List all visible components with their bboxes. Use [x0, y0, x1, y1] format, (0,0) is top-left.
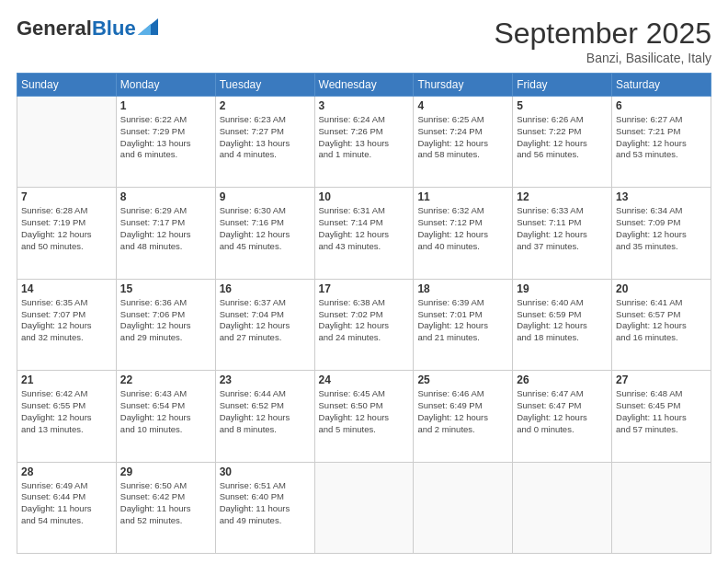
calendar-cell: 15Sunrise: 6:36 AMSunset: 7:06 PMDayligh… — [116, 279, 215, 370]
day-info: Sunrise: 6:32 AMSunset: 7:12 PMDaylight:… — [417, 205, 508, 252]
day-number: 27 — [616, 373, 707, 386]
calendar-header-friday: Friday — [513, 74, 612, 97]
day-number: 3 — [319, 99, 410, 112]
page: GeneralBlue September 2025 Banzi, Basili… — [0, 0, 728, 563]
day-info: Sunrise: 6:46 AMSunset: 6:49 PMDaylight:… — [417, 388, 508, 435]
calendar-cell: 24Sunrise: 6:45 AMSunset: 6:50 PMDayligh… — [314, 371, 414, 462]
calendar-cell: 8Sunrise: 6:29 AMSunset: 7:17 PMDaylight… — [116, 188, 215, 279]
day-number: 8 — [120, 190, 211, 203]
day-info: Sunrise: 6:49 AMSunset: 6:44 PMDaylight:… — [21, 480, 112, 527]
day-number: 17 — [319, 282, 410, 295]
day-number: 15 — [120, 282, 211, 295]
day-number: 9 — [220, 190, 311, 203]
calendar-cell: 13Sunrise: 6:34 AMSunset: 7:09 PMDayligh… — [612, 188, 711, 279]
calendar-cell: 2Sunrise: 6:23 AMSunset: 7:27 PMDaylight… — [215, 97, 314, 188]
day-number: 25 — [417, 373, 508, 386]
logo-blue: Blue — [92, 17, 136, 40]
svg-marker-1 — [138, 24, 151, 35]
calendar-header-row: SundayMondayTuesdayWednesdayThursdayFrid… — [17, 74, 711, 97]
calendar-cell: 18Sunrise: 6:39 AMSunset: 7:01 PMDayligh… — [414, 279, 513, 370]
logo-general: General — [17, 17, 92, 40]
calendar-header-wednesday: Wednesday — [314, 74, 414, 97]
calendar-week-row: 7Sunrise: 6:28 AMSunset: 7:19 PMDaylight… — [17, 188, 711, 279]
day-info: Sunrise: 6:22 AMSunset: 7:29 PMDaylight:… — [120, 114, 211, 161]
day-number: 12 — [517, 190, 608, 203]
day-number: 16 — [220, 282, 311, 295]
calendar-table: SundayMondayTuesdayWednesdayThursdayFrid… — [17, 73, 711, 554]
header: GeneralBlue September 2025 Banzi, Basili… — [17, 17, 711, 65]
calendar-cell — [513, 462, 612, 553]
calendar-cell: 17Sunrise: 6:38 AMSunset: 7:02 PMDayligh… — [314, 279, 414, 370]
day-number: 5 — [517, 99, 608, 112]
calendar-cell: 25Sunrise: 6:46 AMSunset: 6:49 PMDayligh… — [414, 371, 513, 462]
calendar-cell: 22Sunrise: 6:43 AMSunset: 6:54 PMDayligh… — [116, 371, 215, 462]
calendar-cell: 19Sunrise: 6:40 AMSunset: 6:59 PMDayligh… — [513, 279, 612, 370]
day-info: Sunrise: 6:44 AMSunset: 6:52 PMDaylight:… — [220, 388, 311, 435]
day-number: 11 — [417, 190, 508, 203]
day-info: Sunrise: 6:34 AMSunset: 7:09 PMDaylight:… — [616, 205, 707, 252]
day-info: Sunrise: 6:38 AMSunset: 7:02 PMDaylight:… — [319, 297, 410, 344]
day-info: Sunrise: 6:47 AMSunset: 6:47 PMDaylight:… — [517, 388, 608, 435]
day-info: Sunrise: 6:42 AMSunset: 6:55 PMDaylight:… — [21, 388, 112, 435]
location: Banzi, Basilicate, Italy — [494, 51, 711, 65]
day-info: Sunrise: 6:25 AMSunset: 7:24 PMDaylight:… — [417, 114, 508, 161]
calendar-cell — [414, 462, 513, 553]
day-info: Sunrise: 6:30 AMSunset: 7:16 PMDaylight:… — [220, 205, 311, 252]
calendar-cell: 30Sunrise: 6:51 AMSunset: 6:40 PMDayligh… — [215, 462, 314, 553]
calendar-cell: 4Sunrise: 6:25 AMSunset: 7:24 PMDaylight… — [414, 97, 513, 188]
calendar-cell: 20Sunrise: 6:41 AMSunset: 6:57 PMDayligh… — [612, 279, 711, 370]
calendar-cell: 7Sunrise: 6:28 AMSunset: 7:19 PMDaylight… — [17, 188, 117, 279]
calendar-cell — [314, 462, 414, 553]
day-info: Sunrise: 6:45 AMSunset: 6:50 PMDaylight:… — [319, 388, 410, 435]
calendar-cell: 16Sunrise: 6:37 AMSunset: 7:04 PMDayligh… — [215, 279, 314, 370]
calendar-week-row: 14Sunrise: 6:35 AMSunset: 7:07 PMDayligh… — [17, 279, 711, 370]
calendar-week-row: 28Sunrise: 6:49 AMSunset: 6:44 PMDayligh… — [17, 462, 711, 553]
logo-icon — [138, 18, 158, 35]
day-number: 20 — [616, 282, 707, 295]
day-number: 14 — [21, 282, 112, 295]
calendar-cell: 27Sunrise: 6:48 AMSunset: 6:45 PMDayligh… — [612, 371, 711, 462]
calendar-header-tuesday: Tuesday — [215, 74, 314, 97]
day-number: 21 — [21, 373, 112, 386]
day-number: 13 — [616, 190, 707, 203]
day-info: Sunrise: 6:27 AMSunset: 7:21 PMDaylight:… — [616, 114, 707, 161]
calendar-cell: 14Sunrise: 6:35 AMSunset: 7:07 PMDayligh… — [17, 279, 117, 370]
day-number: 26 — [517, 373, 608, 386]
day-info: Sunrise: 6:37 AMSunset: 7:04 PMDaylight:… — [220, 297, 311, 344]
day-info: Sunrise: 6:40 AMSunset: 6:59 PMDaylight:… — [517, 297, 608, 344]
day-number: 29 — [120, 465, 211, 478]
day-info: Sunrise: 6:35 AMSunset: 7:07 PMDaylight:… — [21, 297, 112, 344]
calendar-cell: 21Sunrise: 6:42 AMSunset: 6:55 PMDayligh… — [17, 371, 117, 462]
day-number: 30 — [220, 465, 311, 478]
day-info: Sunrise: 6:36 AMSunset: 7:06 PMDaylight:… — [120, 297, 211, 344]
day-info: Sunrise: 6:51 AMSunset: 6:40 PMDaylight:… — [220, 480, 311, 527]
calendar-header-sunday: Sunday — [17, 74, 117, 97]
calendar-cell: 3Sunrise: 6:24 AMSunset: 7:26 PMDaylight… — [314, 97, 414, 188]
day-info: Sunrise: 6:28 AMSunset: 7:19 PMDaylight:… — [21, 205, 112, 252]
calendar-cell — [17, 97, 117, 188]
day-info: Sunrise: 6:24 AMSunset: 7:26 PMDaylight:… — [319, 114, 410, 161]
day-info: Sunrise: 6:48 AMSunset: 6:45 PMDaylight:… — [616, 388, 707, 435]
day-number: 24 — [319, 373, 410, 386]
calendar-cell: 28Sunrise: 6:49 AMSunset: 6:44 PMDayligh… — [17, 462, 117, 553]
day-number: 4 — [417, 99, 508, 112]
calendar-cell: 1Sunrise: 6:22 AMSunset: 7:29 PMDaylight… — [116, 97, 215, 188]
day-info: Sunrise: 6:50 AMSunset: 6:42 PMDaylight:… — [120, 480, 211, 527]
day-info: Sunrise: 6:26 AMSunset: 7:22 PMDaylight:… — [517, 114, 608, 161]
day-info: Sunrise: 6:39 AMSunset: 7:01 PMDaylight:… — [417, 297, 508, 344]
calendar-header-saturday: Saturday — [612, 74, 711, 97]
day-number: 18 — [417, 282, 508, 295]
calendar-header-thursday: Thursday — [414, 74, 513, 97]
day-number: 2 — [220, 99, 311, 112]
day-info: Sunrise: 6:33 AMSunset: 7:11 PMDaylight:… — [517, 205, 608, 252]
day-number: 7 — [21, 190, 112, 203]
day-info: Sunrise: 6:29 AMSunset: 7:17 PMDaylight:… — [120, 205, 211, 252]
day-info: Sunrise: 6:43 AMSunset: 6:54 PMDaylight:… — [120, 388, 211, 435]
day-number: 6 — [616, 99, 707, 112]
calendar-cell: 26Sunrise: 6:47 AMSunset: 6:47 PMDayligh… — [513, 371, 612, 462]
day-number: 10 — [319, 190, 410, 203]
calendar-cell: 10Sunrise: 6:31 AMSunset: 7:14 PMDayligh… — [314, 188, 414, 279]
calendar-cell: 23Sunrise: 6:44 AMSunset: 6:52 PMDayligh… — [215, 371, 314, 462]
day-number: 28 — [21, 465, 112, 478]
day-info: Sunrise: 6:41 AMSunset: 6:57 PMDaylight:… — [616, 297, 707, 344]
